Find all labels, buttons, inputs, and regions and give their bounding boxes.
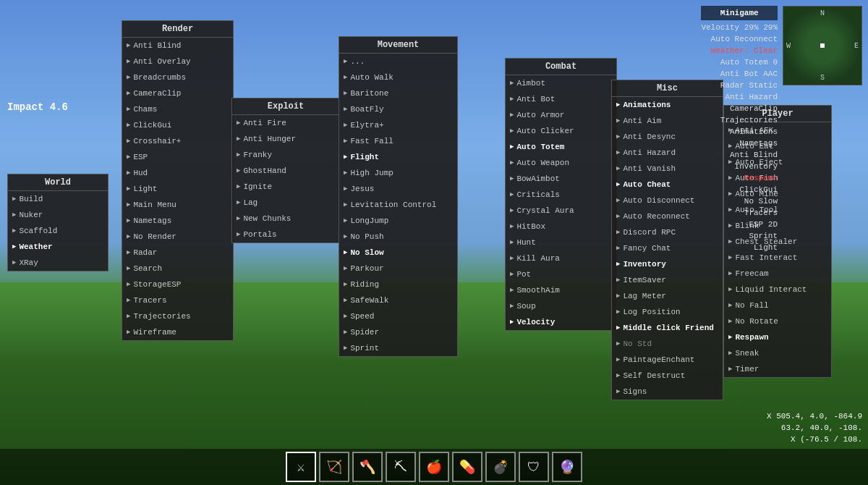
menu-item[interactable]: ▶Breadcrumbs — [122, 69, 233, 85]
menu-item[interactable]: ▶Spider — [339, 324, 457, 340]
menu-item[interactable]: ▶BoatFly — [339, 101, 457, 117]
menu-item[interactable]: ▶Anti Bot — [506, 91, 616, 107]
menu-item[interactable]: ▶Middle Click Friend — [612, 320, 723, 336]
menu-item[interactable]: ▶Levitation Control — [339, 197, 457, 213]
menu-item[interactable]: ▶Nametags — [122, 213, 233, 229]
menu-item[interactable]: ▶Crosshair+ — [122, 133, 233, 149]
menu-item[interactable]: ▶HitBox — [506, 219, 616, 235]
menu-item[interactable]: ▶PaintageEnchant — [612, 352, 723, 368]
menu-item[interactable]: ▶Anti Blind — [122, 38, 233, 54]
hotbar-slot[interactable]: 🍎 — [419, 452, 449, 482]
menu-item[interactable]: ▶Franky — [232, 147, 339, 163]
menu-arrow-icon: ▶ — [127, 231, 130, 242]
menu-item[interactable]: ▶Build — [8, 191, 108, 207]
hotbar-slot[interactable]: 💣 — [485, 452, 516, 482]
menu-item[interactable]: ▶No Slow — [339, 245, 457, 261]
menu-item[interactable]: ▶Log Position — [612, 304, 723, 320]
menu-item[interactable]: ▶Auto Walk — [339, 69, 457, 85]
menu-item[interactable]: ▶SafeWalk — [339, 292, 457, 308]
menu-item[interactable]: ▶Anti Fire — [232, 115, 339, 131]
hotbar-slot[interactable]: 🪓 — [352, 452, 383, 482]
menu-item[interactable]: ▶StorageESP — [122, 277, 233, 292]
menu-item[interactable]: ▶No Push — [339, 229, 457, 245]
menu-item[interactable]: ▶Weather — [8, 239, 108, 255]
menu-item-label: Portals — [243, 229, 276, 240]
hotbar-slot[interactable]: 💊 — [452, 452, 482, 482]
menu-item[interactable]: ▶Velocity — [506, 314, 616, 330]
menu-item[interactable]: ▶Parkour — [339, 261, 457, 277]
menu-item[interactable]: ▶Nuker — [8, 207, 108, 223]
menu-item[interactable]: ▶Freecam — [724, 266, 831, 282]
menu-item[interactable]: ▶Tracers — [122, 292, 233, 308]
hotbar-slot[interactable]: ⚔ — [286, 452, 316, 482]
menu-item[interactable]: ▶Inventory — [612, 256, 723, 272]
menu-item[interactable]: ▶Ignite — [232, 179, 339, 195]
menu-arrow-icon: ▶ — [237, 165, 240, 177]
menu-item[interactable]: ▶Scaffold — [8, 223, 108, 239]
menu-item[interactable]: ▶No Fall — [724, 298, 831, 313]
menu-arrow-icon: ▶ — [344, 104, 347, 115]
menu-item[interactable]: ▶New Chunks — [232, 211, 339, 227]
menu-item-label: Fast Fall — [350, 135, 393, 147]
menu-item[interactable]: ▶Jesus — [339, 181, 457, 197]
hotbar-slot[interactable]: 🛡 — [519, 452, 549, 482]
menu-item[interactable]: ▶Kill Aura — [506, 250, 616, 266]
menu-item[interactable]: ▶Sneak — [724, 345, 831, 361]
hotbar-slot[interactable]: 🏹 — [319, 452, 349, 482]
menu-item[interactable]: ▶Speed — [339, 308, 457, 324]
menu-item[interactable]: ▶Wireframe — [122, 324, 233, 340]
menu-item[interactable]: ▶No Rotate — [724, 313, 831, 329]
menu-item[interactable]: ▶Pot — [506, 266, 616, 282]
menu-item[interactable]: ▶Respawn — [724, 329, 831, 345]
menu-arrow-icon: ▶ — [616, 131, 620, 143]
menu-item[interactable]: ▶Light — [122, 181, 233, 197]
menu-item[interactable]: ▶Crystal Aura — [506, 203, 616, 219]
menu-arrow-icon: ▶ — [616, 290, 620, 302]
menu-item[interactable]: ▶Timer — [724, 361, 831, 377]
menu-item[interactable]: ▶Radar — [122, 245, 233, 261]
menu-arrow-icon: ▶ — [728, 363, 732, 375]
menu-item[interactable]: ▶Auto Armor — [506, 107, 616, 123]
menu-item[interactable]: ▶Aimbot — [506, 75, 616, 91]
menu-item[interactable]: ▶No Std — [612, 336, 723, 352]
menu-item[interactable]: ▶BowAimbot — [506, 171, 616, 187]
menu-item[interactable]: ▶GhostHand — [232, 163, 339, 179]
menu-item[interactable]: ▶Criticals — [506, 187, 616, 203]
menu-item[interactable]: ▶Elytra+ — [339, 117, 457, 133]
menu-item[interactable]: ▶High Jump — [339, 165, 457, 181]
menu-item[interactable]: ▶Self Destruct — [612, 368, 723, 384]
menu-item[interactable]: ▶SmoothAim — [506, 282, 616, 298]
menu-item[interactable]: ▶No Render — [122, 229, 233, 245]
menu-item[interactable]: ▶Hunt — [506, 235, 616, 250]
hotbar-slot[interactable]: 🔮 — [552, 452, 582, 482]
menu-item[interactable]: ▶XRay — [8, 255, 108, 271]
menu-item[interactable]: ▶Baritone — [339, 85, 457, 101]
menu-item[interactable]: ▶Trajectories — [122, 308, 233, 324]
menu-item[interactable]: ▶Liquid Interact — [724, 282, 831, 298]
menu-item[interactable]: ▶Chams — [122, 101, 233, 117]
menu-item[interactable]: ▶Soup — [506, 298, 616, 314]
menu-item[interactable]: ▶ESP — [122, 149, 233, 165]
menu-item[interactable]: ▶Main Menu — [122, 197, 233, 213]
menu-item[interactable]: ▶Lag — [232, 195, 339, 211]
menu-item[interactable]: ▶CameraClip — [122, 85, 233, 101]
menu-item[interactable]: ▶LongJump — [339, 213, 457, 229]
hotbar-slot[interactable]: ⛏ — [386, 452, 416, 482]
menu-item[interactable]: ▶Portals — [232, 227, 339, 242]
menu-item[interactable]: ▶Anti Overlay — [122, 54, 233, 69]
menu-item[interactable]: ▶Fast Fall — [339, 133, 457, 149]
menu-item[interactable]: ▶ItemSaver — [612, 272, 723, 288]
menu-item[interactable]: ▶Auto Weapon — [506, 155, 616, 171]
menu-item[interactable]: ▶Sprint — [339, 340, 457, 356]
menu-item[interactable]: ▶Flight — [339, 149, 457, 165]
menu-item[interactable]: ▶Signs — [612, 384, 723, 400]
menu-item[interactable]: ▶Hud — [122, 165, 233, 181]
menu-item[interactable]: ▶Auto Clicker — [506, 123, 616, 139]
menu-item[interactable]: ▶ClickGui — [122, 117, 233, 133]
menu-item[interactable]: ▶Lag Meter — [612, 288, 723, 304]
menu-item[interactable]: ▶Anti Hunger — [232, 131, 339, 147]
menu-item[interactable]: ▶Search — [122, 261, 233, 277]
menu-item[interactable]: ▶Auto Totem — [506, 139, 616, 155]
menu-item[interactable]: ▶Riding — [339, 277, 457, 292]
menu-item[interactable]: ▶... — [339, 54, 457, 69]
